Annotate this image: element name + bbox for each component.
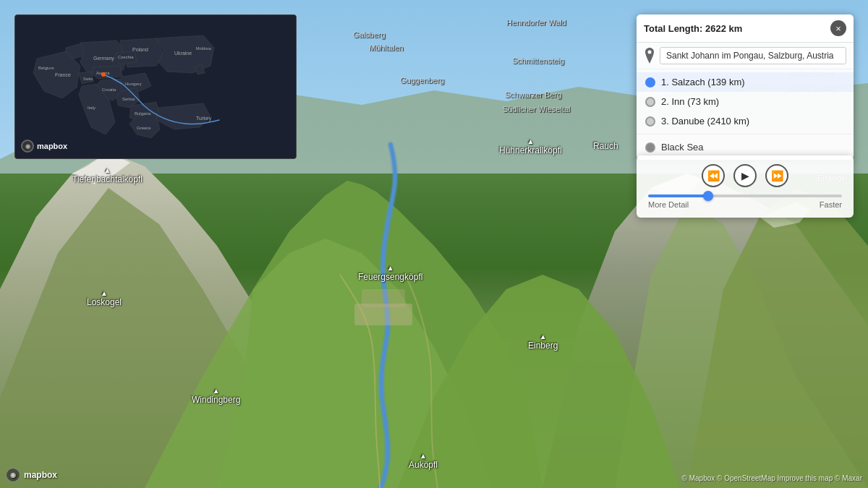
svg-rect-2 — [362, 289, 405, 307]
route-dot-inn — [645, 97, 655, 107]
slider-label-right: Faster — [820, 200, 842, 209]
label-henndorfer: Henndorfer Wald — [506, 18, 566, 27]
mapbox-inset-icon: ◉ — [21, 140, 34, 153]
svg-text:Greece: Greece — [137, 126, 151, 130]
inset-map[interactable]: France Germany Poland Ukraine Czechia Au… — [14, 14, 297, 159]
destination-dot — [645, 142, 655, 153]
info-panel: Total Length: 2622 km × 1. Salzach (139 … — [637, 14, 854, 160]
panel-header: Total Length: 2622 km × — [637, 14, 854, 43]
label-schwarzer-berg: Schwarzer Berg — [505, 90, 561, 99]
svg-text:Belgium: Belgium — [38, 66, 54, 70]
route-item-salzach[interactable]: 1. Salzach (139 km) — [637, 72, 854, 92]
svg-text:Hungary: Hungary — [125, 82, 142, 86]
location-pin-icon — [644, 48, 655, 64]
close-button[interactable]: × — [830, 20, 846, 36]
map-attribution: © Mapbox © OpenStreetMap Improve this ma… — [682, 474, 862, 482]
rewind-button[interactable]: ⏪ — [702, 164, 725, 187]
route-label-danube: 3. Danube (2410 km) — [661, 116, 749, 127]
svg-point-21 — [648, 51, 652, 54]
route-item-inn[interactable]: 2. Inn (73 km) — [637, 92, 854, 111]
svg-text:Poland: Poland — [132, 47, 148, 52]
svg-text:Germany: Germany — [93, 56, 114, 61]
svg-point-20 — [101, 72, 106, 77]
playback-controls: ⏪ ▶ ⏩ — [648, 164, 842, 187]
route-dot-salzach — [645, 77, 655, 87]
svg-text:Czechia: Czechia — [118, 55, 134, 59]
mapbox-icon: ◉ — [6, 468, 20, 482]
route-label-salzach: 1. Salzach (139 km) — [661, 77, 745, 87]
total-length-title: Total Length: 2622 km — [644, 23, 742, 34]
route-item-danube[interactable]: 3. Danube (2410 km) — [637, 111, 854, 131]
svg-text:Moldova: Moldova — [196, 46, 212, 51]
forward-button[interactable]: ⏩ — [765, 164, 788, 187]
svg-text:Italy: Italy — [88, 106, 95, 110]
play-button[interactable]: ▶ — [733, 164, 757, 187]
playback-panel: ⏪ ▶ ⏩ More Detail Faster — [637, 155, 854, 218]
label-schmittenstein: Schmittensteig — [512, 56, 564, 65]
mapbox-inset-label: mapbox — [37, 142, 67, 150]
start-location-row — [637, 43, 854, 69]
svg-text:Bulgaria: Bulgaria — [135, 111, 151, 116]
label-sudlicher-wieseltal: Südlicher Wieseltal — [503, 105, 571, 114]
route-label-inn: 2. Inn (73 km) — [661, 96, 719, 107]
slider-label-left: More Detail — [648, 200, 689, 209]
route-dot-danube — [645, 116, 655, 127]
slider-labels: More Detail Faster — [648, 200, 842, 209]
speed-slider[interactable] — [648, 194, 842, 197]
start-location-input[interactable] — [660, 47, 846, 64]
inset-map-background: France Germany Poland Ukraine Czechia Au… — [15, 15, 296, 158]
label-guggenberg: Guggenberg — [400, 76, 444, 85]
destination-label: Black Sea — [644, 139, 846, 155]
label-galsberg: Galsberg — [353, 30, 386, 39]
svg-text:Ukraine: Ukraine — [174, 51, 192, 56]
route-list: 1. Salzach (139 km) 2. Inn (73 km) 3. Da… — [637, 69, 854, 134]
slider-container — [648, 194, 842, 197]
mapbox-logo-main: ◉ mapbox — [6, 468, 57, 482]
svg-text:France: France — [55, 72, 71, 77]
mapbox-label-main: mapbox — [24, 470, 57, 480]
destination-text: Black Sea — [661, 142, 704, 153]
svg-text:Serbia: Serbia — [122, 97, 135, 101]
svg-text:Switz.: Switz. — [83, 77, 94, 81]
svg-text:Croatia: Croatia — [102, 87, 116, 92]
svg-text:Turkey: Turkey — [196, 116, 212, 121]
label-muhltalen: Mühltalen — [369, 43, 404, 52]
mapbox-logo-inset: ◉ mapbox — [21, 140, 67, 153]
